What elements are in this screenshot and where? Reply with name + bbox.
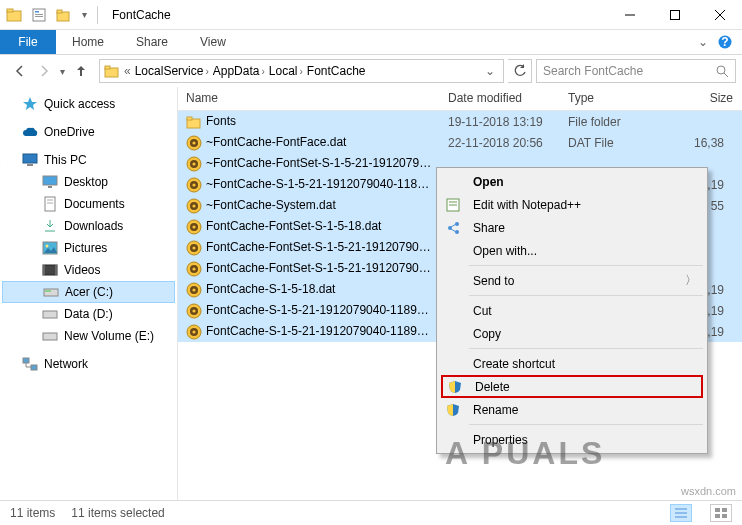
sidebar-quick-access[interactable]: Quick access [0,93,177,115]
star-icon [22,96,38,112]
file-name: FontCache-FontSet-S-1-5-21-191207904... [206,261,435,275]
details-view-button[interactable] [670,504,692,522]
tab-view[interactable]: View [184,30,242,54]
maximize-button[interactable] [652,0,697,30]
menu-rename[interactable]: Rename [439,398,705,421]
crumb-appdata[interactable]: AppData [213,64,260,78]
col-type[interactable]: Type [560,87,650,110]
menu-cut[interactable]: Cut [439,299,705,322]
dat-file-icon [186,198,202,214]
refresh-button[interactable] [508,59,532,83]
window-title: FontCache [104,8,171,22]
crumb-fontcache[interactable]: FontCache [307,64,366,78]
menu-create-shortcut[interactable]: Create shortcut [439,352,705,375]
col-date[interactable]: Date modified [440,87,560,110]
menu-edit-notepad[interactable]: Edit with Notepad++ [439,193,705,216]
tab-home[interactable]: Home [56,30,120,54]
menu-item-label: Properties [473,433,528,447]
sidebar-item-label: Downloads [64,219,123,233]
table-row[interactable]: Fonts19-11-2018 13:19File folder [178,111,742,132]
ribbon-expand-icon[interactable]: ⌄ [698,35,708,49]
navigation-pane: Quick access OneDrive ⌄ This PC Desktop … [0,87,178,500]
file-name: FontCache-S-1-5-21-1912079040-118993... [206,324,440,338]
svg-point-59 [192,267,195,270]
sidebar-item-acer-c[interactable]: Acer (C:) [2,281,175,303]
svg-point-50 [192,204,195,207]
dat-file-icon [186,219,202,235]
folder-icon [186,114,202,130]
svg-rect-18 [23,154,37,163]
chevron-right-icon[interactable]: › [261,66,264,77]
file-tab[interactable]: File [0,30,56,54]
drive-icon [42,306,58,322]
svg-rect-36 [31,365,37,370]
menu-delete[interactable]: Delete [441,375,703,398]
svg-point-68 [192,330,195,333]
col-size[interactable]: Size [650,87,742,110]
chevron-right-icon[interactable]: › [205,66,208,77]
file-type: File folder [560,115,650,129]
svg-point-16 [717,66,725,74]
sidebar-item-videos[interactable]: Videos [0,259,177,281]
search-input[interactable]: Search FontCache [536,59,736,83]
dat-file-icon [186,156,202,172]
sidebar-item-desktop[interactable]: Desktop [0,171,177,193]
chevron-right-icon: 〉 [685,272,697,289]
dat-file-icon [186,324,202,340]
menu-send-to[interactable]: Send to〉 [439,269,705,292]
menu-item-label: Create shortcut [473,357,555,371]
col-name[interactable]: Name [178,87,440,110]
address-dropdown-icon[interactable]: ⌄ [481,64,499,78]
chevron-down-icon[interactable]: ⌄ [0,155,2,166]
back-button[interactable] [12,63,28,79]
qat-new-folder-icon[interactable] [56,8,72,22]
menu-item-label: Copy [473,327,501,341]
sidebar-onedrive[interactable]: OneDrive [0,121,177,143]
column-headers: Name Date modified Type Size [178,87,742,111]
menu-copy[interactable]: Copy [439,322,705,345]
recent-dropdown-icon[interactable]: ▾ [60,66,65,77]
svg-point-65 [192,309,195,312]
sidebar-item-label: Desktop [64,175,108,189]
crumb-local[interactable]: Local [269,64,298,78]
up-button[interactable] [73,63,89,79]
address-bar[interactable]: « LocalService› AppData› Local› FontCach… [99,59,504,83]
file-name: FontCache-S-1-5-18.dat [206,282,335,296]
download-icon [42,218,58,234]
forward-button[interactable] [36,63,52,79]
qat-properties-icon[interactable] [32,8,46,22]
sidebar-item-label: Documents [64,197,125,211]
help-icon[interactable]: ? [718,35,732,49]
menu-open[interactable]: Open [439,170,705,193]
menu-open-with[interactable]: Open with... [439,239,705,262]
sidebar-item-downloads[interactable]: Downloads [0,215,177,237]
sidebar-item-pictures[interactable]: Pictures [0,237,177,259]
svg-rect-15 [105,66,110,69]
file-name: ~FontCache-S-1-5-21-1912079040-11899... [206,177,440,191]
ribbon-tabs: File Home Share View ⌄ ? [0,30,742,55]
close-button[interactable] [697,0,742,30]
crumb-localservice[interactable]: LocalService [135,64,204,78]
tab-share[interactable]: Share [120,30,184,54]
sidebar-network[interactable]: Network [0,353,177,375]
menu-share[interactable]: Share [439,216,705,239]
sidebar-item-new-volume-e[interactable]: New Volume (E:) [0,325,177,347]
menu-properties[interactable]: Properties [439,428,705,451]
svg-line-83 [451,229,456,232]
dat-file-icon [186,177,202,193]
sidebar-item-documents[interactable]: Documents [0,193,177,215]
svg-rect-32 [45,290,51,292]
minimize-button[interactable] [607,0,652,30]
svg-rect-30 [55,265,57,275]
sidebar-this-pc[interactable]: ⌄ This PC [0,149,177,171]
table-row[interactable]: ~FontCache-FontFace.dat22-11-2018 20:56D… [178,132,742,153]
folder-icon [104,64,120,78]
chevron-right-icon[interactable]: › [299,66,302,77]
sidebar-item-data-d[interactable]: Data (D:) [0,303,177,325]
svg-rect-1 [7,9,13,12]
qat-customize-icon[interactable]: ▾ [82,9,87,20]
large-icons-view-button[interactable] [710,504,732,522]
sidebar-item-label: Quick access [44,97,115,111]
dat-file-icon [186,240,202,256]
svg-rect-73 [722,508,727,512]
